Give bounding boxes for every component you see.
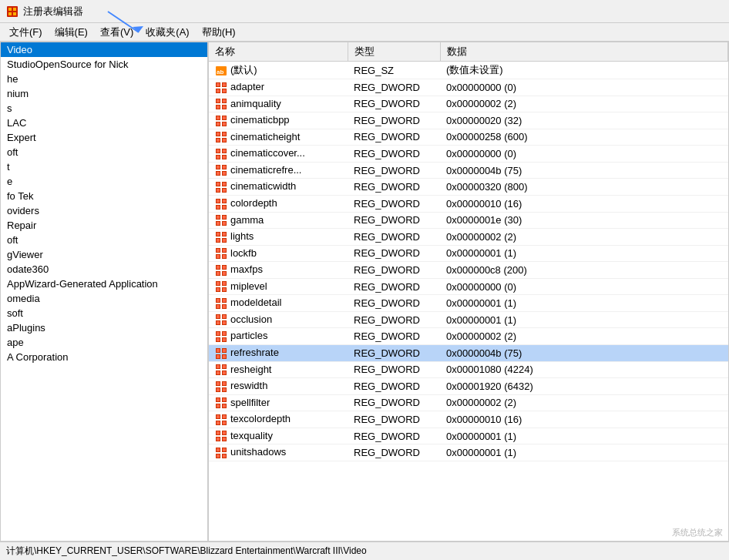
tree-item-21[interactable]: A Corporation [1, 350, 207, 364]
table-row[interactable]: resheightREG_DWORD0x00001080 (4224) [209, 361, 728, 378]
cell-type-11: REG_DWORD [348, 245, 440, 262]
table-row[interactable]: texcolordepthREG_DWORD0x00000010 (16) [209, 411, 728, 428]
table-row[interactable]: animqualityREG_DWORD0x00000002 (2) [209, 96, 728, 112]
svg-rect-76 [223, 216, 226, 219]
tree-item-18[interactable]: soft [1, 306, 207, 320]
cell-type-10: REG_DWORD [348, 229, 440, 246]
table-row[interactable]: maxfpsREG_DWORD0x000000c8 (200) [209, 262, 728, 279]
cell-name-12: maxfps [209, 262, 348, 279]
tree-item-14[interactable]: gViewer [1, 247, 207, 262]
left-panel[interactable]: VideoStudioOpenSource for NickheniumsLAC… [1, 42, 209, 541]
grid-icon [215, 414, 227, 426]
tree-item-20[interactable]: ape [1, 335, 207, 350]
svg-rect-38 [223, 139, 226, 142]
svg-rect-107 [217, 282, 220, 285]
tree-item-8[interactable]: t [1, 159, 207, 174]
tree-item-0[interactable]: Video [1, 42, 207, 57]
cell-type-19: REG_DWORD [348, 378, 440, 395]
svg-rect-163 [217, 398, 220, 401]
svg-rect-45 [217, 156, 220, 159]
tree-item-4[interactable]: s [1, 101, 207, 116]
tree-item-3[interactable]: nium [1, 86, 207, 101]
svg-rect-110 [223, 288, 226, 291]
svg-rect-155 [217, 382, 220, 385]
table-row[interactable]: occlusionREG_DWORD0x00000001 (1) [209, 311, 728, 328]
svg-rect-179 [217, 431, 220, 434]
title-bar: 注册表编辑器 [0, 0, 729, 23]
grid-icon [215, 381, 227, 393]
table-row[interactable]: lightsREG_DWORD0x00000002 (2) [209, 229, 728, 246]
menu-favorites[interactable]: 收藏夹(A) [139, 24, 195, 41]
table-row[interactable]: cinematicbppREG_DWORD0x00000020 (32) [209, 112, 728, 129]
menu-help[interactable]: 帮助(H) [196, 24, 242, 41]
tree-item-17[interactable]: omedia [1, 291, 207, 306]
cell-type-3: REG_DWORD [348, 112, 440, 129]
cell-type-20: REG_DWORD [348, 394, 440, 411]
table-row[interactable]: texqualityREG_DWORD0x00000001 (1) [209, 428, 728, 444]
svg-rect-149 [217, 371, 220, 374]
svg-rect-156 [223, 382, 226, 385]
tree-item-9[interactable]: e [1, 174, 207, 189]
menu-edit[interactable]: 编辑(E) [49, 24, 94, 41]
svg-rect-92 [223, 249, 226, 252]
grid-icon [215, 98, 227, 110]
tree-item-11[interactable]: oviders [1, 203, 207, 218]
grid-icon [215, 264, 227, 277]
cell-name-3: cinematicbpp [209, 112, 348, 129]
table-row[interactable]: gammaREG_DWORD0x0000001e (30) [209, 212, 728, 229]
tree-item-16[interactable]: AppWizard-Generated Application [1, 277, 207, 291]
grid-icon [215, 214, 227, 226]
svg-rect-43 [217, 149, 220, 153]
tree-item-13[interactable]: oft [1, 233, 207, 247]
table-row[interactable]: cinematicrefre...REG_DWORD0x0000004b (75… [209, 162, 728, 179]
svg-rect-181 [217, 438, 220, 441]
grid-icon [215, 430, 227, 442]
table-row[interactable]: unitshadowsREG_DWORD0x00000001 (1) [209, 444, 728, 461]
menu-file[interactable]: 文件(F) [3, 24, 49, 41]
table-row[interactable]: miplevelREG_DWORD0x00000000 (0) [209, 278, 728, 295]
tree-item-15[interactable]: odate360 [1, 262, 207, 277]
table-row[interactable]: reswidthREG_DWORD0x00001920 (6432) [209, 378, 728, 395]
tree-item-19[interactable]: aPlugins [1, 320, 207, 335]
table-row[interactable]: ab(默认)REG_SZ(数值未设置) [209, 62, 728, 79]
svg-rect-83 [217, 233, 220, 236]
cell-type-13: REG_DWORD [348, 278, 440, 295]
table-row[interactable]: adapterREG_DWORD0x00000000 (0) [209, 79, 728, 96]
menu-bar: 文件(F) 编辑(E) 查看(V) 收藏夹(A) 帮助(H) [0, 23, 729, 42]
tree-item-1[interactable]: StudioOpenSource for Nick [1, 57, 207, 72]
svg-rect-94 [223, 255, 226, 258]
cell-data-16: 0x00000002 (2) [440, 328, 728, 345]
table-row[interactable]: modeldetailREG_DWORD0x00000001 (1) [209, 295, 728, 312]
table-row[interactable]: cinematicwidthREG_DWORD0x00000320 (800) [209, 179, 728, 196]
table-row[interactable]: cinematiccover...REG_DWORD0x00000000 (0) [209, 146, 728, 163]
cell-name-11: lockfb [209, 245, 348, 262]
svg-rect-59 [217, 183, 220, 186]
table-row[interactable]: spellfilterREG_DWORD0x00000002 (2) [209, 394, 728, 411]
grid-icon [215, 231, 227, 243]
tree-item-7[interactable]: oft [1, 145, 207, 159]
table-row[interactable]: cinematicheightREG_DWORD0x00000258 (600) [209, 129, 728, 146]
tree-item-12[interactable]: Repair [1, 218, 207, 233]
cell-name-20: spellfilter [209, 394, 348, 411]
tree-item-2[interactable]: he [1, 72, 207, 86]
cell-type-7: REG_DWORD [348, 179, 440, 196]
svg-rect-132 [223, 332, 226, 335]
svg-rect-28 [223, 116, 226, 119]
tree-item-6[interactable]: Expert [1, 130, 207, 145]
table-row[interactable]: lockfbREG_DWORD0x00000001 (1) [209, 245, 728, 262]
cell-name-1: adapter [209, 79, 348, 96]
tree-item-10[interactable]: fo Tek [1, 189, 207, 203]
table-row[interactable]: particlesREG_DWORD0x00000002 (2) [209, 328, 728, 345]
menu-view[interactable]: 查看(V) [94, 24, 139, 41]
cell-name-22: texquality [209, 428, 348, 444]
table-row[interactable]: colordepthREG_DWORD0x00000010 (16) [209, 195, 728, 212]
cell-data-21: 0x00000010 (16) [440, 411, 728, 428]
table-row[interactable]: refreshrateREG_DWORD0x0000004b (75) [209, 345, 728, 362]
col-name: 名称 [209, 42, 348, 62]
cell-data-0: (数值未设置) [440, 62, 728, 79]
svg-rect-77 [217, 222, 220, 225]
tree-item-5[interactable]: LAC [1, 116, 207, 130]
svg-rect-85 [217, 239, 220, 242]
svg-rect-51 [217, 166, 220, 169]
right-panel[interactable]: 名称 类型 数据 ab(默认)REG_SZ(数值未设置) adapterREG_… [209, 42, 728, 541]
